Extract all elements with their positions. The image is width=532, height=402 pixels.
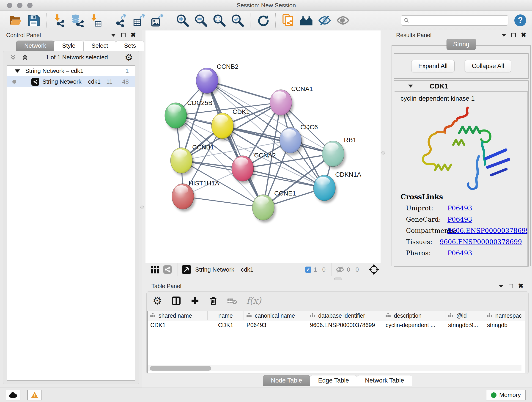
collapse-all-chevron-icon[interactable] — [9, 53, 17, 61]
cell-namespac[interactable]: stringdb — [484, 320, 523, 330]
zoom-fit-icon[interactable] — [212, 13, 226, 27]
search-field[interactable] — [401, 15, 508, 26]
column-header-namespac[interactable]: namespac — [484, 311, 523, 320]
maximize-panel-icon[interactable] — [121, 33, 126, 37]
delete-column-trash-icon[interactable] — [209, 296, 218, 305]
cell-name[interactable]: CDK1 — [208, 320, 244, 330]
selected-node-edge-counts: 1 - 0 — [314, 266, 326, 273]
maximize-table-panel-icon[interactable] — [509, 284, 513, 288]
tab-style[interactable]: Style — [54, 41, 83, 51]
node-card-collapse-icon[interactable] — [408, 85, 413, 88]
import-table-file-icon[interactable] — [89, 13, 103, 27]
collapse-all-button[interactable]: Collapse All — [465, 60, 511, 72]
scrollbar-thumb[interactable] — [150, 366, 211, 370]
zoom-in-icon[interactable] — [176, 13, 190, 27]
refresh-icon[interactable] — [256, 13, 270, 27]
string-import-icon[interactable] — [281, 13, 295, 27]
column-header-shared-name[interactable]: shared name — [147, 311, 208, 320]
crosslink-link[interactable]: P06493 — [447, 249, 472, 257]
column-header-database-identifier[interactable]: database identifier — [307, 311, 383, 320]
column-header-name[interactable]: name — [208, 311, 244, 320]
node-table[interactable]: shared namenamecanonical namedatabase id… — [147, 311, 525, 373]
edge-ccnb2-ccne1[interactable] — [207, 81, 263, 207]
delete-table-icon[interactable] — [227, 296, 237, 306]
expand-all-button[interactable]: Expand All — [411, 60, 455, 72]
zoom-selected-icon[interactable] — [230, 13, 245, 27]
table-horizontal-scrollbar[interactable] — [148, 365, 521, 371]
crosslink-link[interactable]: 9606.ENSP00000378699 — [440, 238, 522, 246]
cell-canonical-name[interactable]: P06493 — [244, 320, 307, 330]
tab-network[interactable]: Network — [16, 41, 54, 51]
column-type-icon — [385, 312, 391, 319]
tab-network-table[interactable]: Network Table — [357, 375, 412, 386]
node-hist1h1a[interactable]: HIST1H1A — [172, 180, 219, 211]
expand-all-chevron-icon[interactable] — [21, 53, 29, 61]
tab-node-table[interactable]: Node Table — [263, 375, 310, 386]
maximize-results-panel-icon[interactable] — [511, 33, 516, 37]
export-network-icon[interactable] — [114, 13, 128, 27]
node-rb1[interactable]: RB1 — [322, 136, 356, 169]
node-ccnb2[interactable]: CCNB2 — [196, 63, 239, 96]
grid-view-icon[interactable] — [151, 266, 159, 274]
save-session-icon[interactable] — [27, 13, 41, 27]
node-ccna2[interactable]: CCNA2 — [232, 152, 276, 184]
fit-selected-target-icon[interactable] — [369, 264, 379, 275]
export-image-icon[interactable] — [150, 13, 165, 27]
right-splitter-handle[interactable] — [381, 151, 385, 154]
column-header-description[interactable]: description — [383, 311, 445, 320]
crosslink-link[interactable]: P06493 — [447, 216, 472, 223]
network-row[interactable]: String Network – cdk1 11 48 — [7, 76, 135, 87]
node-ccne1[interactable]: CCNE1 — [252, 190, 296, 223]
show-all-eye-icon[interactable] — [336, 13, 350, 27]
column-header-canonical-name[interactable]: canonical name — [244, 311, 307, 320]
column-type-icon — [487, 312, 493, 319]
tab-select[interactable]: Select — [83, 41, 116, 51]
table-row[interactable]: CDK1CDK1P064939606.ENSP00000378699cyclin… — [147, 320, 525, 330]
collection-expand-icon[interactable] — [15, 70, 20, 73]
node-cdc6[interactable]: CDC6 — [279, 123, 318, 155]
zoom-out-icon[interactable] — [194, 13, 208, 27]
node-cdkn1a[interactable]: CDKN1A — [313, 171, 361, 203]
tab-sets[interactable]: Sets — [116, 41, 144, 51]
network-canvas[interactable]: CCNB2CCNA1CDC25BCDK1CDC6RB1CCNB1CCNA2CDK… — [146, 31, 380, 263]
add-column-icon[interactable] — [190, 296, 200, 305]
left-splitter-handle[interactable] — [140, 206, 144, 209]
close-panel-icon[interactable]: ✖ — [131, 33, 136, 37]
import-network-database-icon[interactable] — [70, 13, 84, 27]
close-results-panel-icon[interactable]: ✖ — [521, 33, 526, 37]
open-file-icon[interactable] — [8, 13, 22, 27]
tab-edge-table[interactable]: Edge Table — [310, 375, 357, 386]
cell-description[interactable]: cyclin-dependent ... — [383, 320, 445, 330]
cloud-status-button[interactable] — [6, 390, 20, 400]
function-builder-icon[interactable]: f(x) — [246, 296, 261, 306]
memory-button[interactable]: Memory — [486, 390, 526, 400]
crosslink-link[interactable]: P06493 — [447, 204, 472, 212]
home-icon[interactable] — [299, 13, 313, 27]
cell-database-identifier[interactable]: 9606.ENSP00000378699 — [307, 320, 383, 330]
export-table-icon[interactable] — [132, 13, 146, 27]
birds-eye-view-icon[interactable] — [181, 264, 191, 274]
network-collection-row[interactable]: String Network – cdk1 1 — [7, 65, 135, 76]
table-options-gear-icon[interactable]: ⚙ — [152, 296, 162, 305]
bottom-splitter-handle[interactable] — [334, 278, 342, 280]
column-header-@id[interactable]: @id — [445, 311, 484, 320]
network-options-gear-icon[interactable]: ⚙ — [125, 53, 133, 62]
status-bar: ! Memory — [0, 388, 532, 402]
hide-selected-eye-icon[interactable] — [317, 13, 332, 27]
selected-checkbox-icon[interactable]: ✓ — [305, 267, 311, 273]
network-share-icon[interactable] — [163, 265, 172, 274]
node-ccnb1[interactable]: CCNB1 — [171, 144, 214, 176]
float-table-panel-icon[interactable] — [499, 285, 504, 288]
show-columns-icon[interactable] — [171, 296, 181, 306]
float-panel-icon[interactable] — [111, 34, 116, 37]
help-button[interactable]: ? — [514, 14, 526, 26]
import-network-file-icon[interactable] — [52, 13, 66, 27]
results-tab-string[interactable]: String — [447, 39, 476, 50]
close-table-panel-icon[interactable]: ✖ — [518, 284, 524, 288]
search-input[interactable] — [412, 17, 505, 24]
cell-shared-name[interactable]: CDK1 — [147, 320, 208, 330]
crosslink-link[interactable]: 9606.ENSP00000378699 — [447, 227, 528, 235]
cell-@id[interactable]: stringdb:9... — [445, 320, 484, 330]
warning-button[interactable]: ! — [27, 390, 42, 400]
float-results-panel-icon[interactable] — [501, 34, 506, 37]
